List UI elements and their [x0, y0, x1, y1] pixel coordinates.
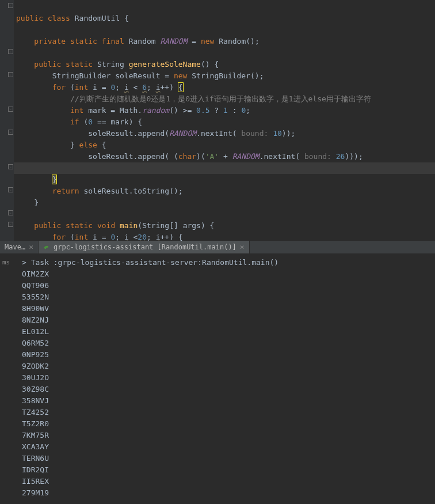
number: 6	[142, 83, 147, 92]
close: )));	[345, 152, 362, 161]
class-name: RandomUtil	[75, 14, 120, 22]
tab-label: grpc-logistics-assistant [RandomUtil.mai…	[54, 241, 236, 253]
op: ++) {	[161, 233, 183, 241]
paren: (	[79, 118, 89, 126]
editor-gutter: - - - - - - - - -	[0, 0, 14, 241]
var: i	[156, 83, 161, 92]
var: i	[88, 83, 97, 92]
tab-run-config[interactable]: grpc-logistics-assistant [RandomUtil.mai…	[39, 241, 250, 253]
output-line: 30UJ2O	[22, 372, 435, 384]
sc: ;	[147, 83, 156, 92]
comment: //判断产生的随机数是0还是1，是0进入if语句用于输出数字，是1进入else用…	[70, 94, 371, 103]
tab-maven[interactable]: Mave… ×	[0, 241, 39, 253]
output-line: 8NZ2NJ	[22, 314, 435, 326]
var: i	[156, 233, 161, 241]
sig: (String[] args) {	[138, 221, 214, 230]
keyword: static	[66, 60, 93, 69]
field: RANDOM	[161, 37, 188, 46]
field: RANDOM	[232, 152, 260, 161]
keyword: class	[48, 14, 70, 22]
op: =	[187, 37, 200, 46]
code-content[interactable]: public class RandomUtil { private static…	[0, 0, 435, 241]
task-header: > Task :grpc-logistics-assistant-server:…	[22, 257, 435, 268]
number: 1	[223, 106, 228, 115]
number: 26	[336, 152, 345, 161]
output-line: EL012L	[22, 326, 435, 338]
close-icon[interactable]: ×	[29, 241, 33, 253]
var: i	[124, 83, 129, 92]
output-line: 0NP925	[22, 349, 435, 361]
call: soleResult.append( (	[88, 152, 178, 161]
op: ?	[210, 106, 223, 115]
paren: )(	[196, 152, 205, 161]
field: RANDOM	[169, 129, 196, 138]
number: 0	[88, 118, 93, 126]
fold-icon[interactable]: -	[8, 72, 13, 77]
string: 'A'	[205, 152, 219, 161]
output-line: QQT906	[22, 280, 435, 291]
keyword: for	[52, 233, 66, 241]
number: 20	[138, 233, 147, 241]
sc: ;	[115, 233, 124, 241]
output-line: 358NVJ	[22, 395, 435, 407]
duration-label: ms	[2, 257, 10, 268]
paren: (	[66, 233, 75, 241]
output-line: 9ZODK2	[22, 361, 435, 372]
fold-icon[interactable]: -	[8, 3, 13, 8]
call: .nextInt(	[260, 152, 300, 161]
fold-icon[interactable]: -	[8, 49, 13, 54]
console-output[interactable]: ms > Task :grpc-logistics-assistant-serv…	[0, 253, 435, 499]
output-line: IDR2QI	[22, 464, 435, 476]
type: Random	[129, 37, 156, 46]
sc: ;	[246, 106, 250, 115]
number: 0.5	[196, 106, 209, 115]
keyword: public	[16, 14, 43, 22]
keyword: static	[66, 221, 93, 230]
sc: ;	[115, 83, 124, 92]
fold-icon[interactable]: -	[8, 187, 13, 192]
output-line: 279M19	[22, 487, 435, 499]
code-editor[interactable]: - - - - - - - - - public class RandomUti…	[0, 0, 435, 241]
type: String	[97, 60, 124, 69]
keyword: final	[102, 37, 124, 46]
ctor-call: StringBuilder();	[187, 71, 264, 80]
op: <	[129, 83, 142, 92]
fold-icon[interactable]: -	[8, 210, 13, 215]
output-lines: OIM2ZXQQT90653552N8H90WV8NZ2NJEL012LQ6RM…	[22, 268, 435, 499]
expr: mark = Math.	[83, 106, 142, 115]
close-icon[interactable]: ×	[240, 241, 245, 253]
output-line: 53552N	[22, 291, 435, 303]
fold-icon[interactable]: -	[8, 222, 13, 227]
fold-icon[interactable]: -	[8, 107, 13, 112]
paren: (	[66, 83, 75, 92]
number: 10	[273, 129, 282, 138]
keyword: public	[34, 60, 61, 69]
keyword: new	[174, 71, 187, 80]
keyword: static	[70, 37, 97, 46]
method-name: generateSoleName	[129, 60, 201, 69]
keyword: int	[75, 83, 88, 92]
caret-line-highlight	[14, 162, 435, 174]
keyword: void	[97, 221, 115, 230]
keyword: private	[34, 37, 66, 46]
output-line: 7KM75R	[22, 430, 435, 441]
keyword: new	[201, 37, 214, 46]
call: .nextInt(	[196, 129, 236, 138]
brace: {	[178, 82, 184, 92]
fold-icon[interactable]: -	[8, 130, 13, 135]
sc: ;	[147, 233, 156, 241]
method-name: main	[120, 221, 138, 230]
close: ));	[282, 129, 295, 138]
var: i	[124, 233, 129, 241]
keyword: for	[52, 83, 66, 92]
output-line: TZ4252	[22, 407, 435, 418]
op: <	[129, 233, 138, 241]
expr: == mark) {	[93, 118, 142, 126]
call: soleResult.append(	[88, 129, 169, 138]
ctor-call: Random();	[214, 37, 259, 46]
output-line: XCA3AY	[22, 441, 435, 453]
keyword: int	[75, 233, 88, 241]
fold-icon[interactable]: -	[8, 164, 13, 169]
keyword: if	[70, 118, 79, 126]
brace: {	[124, 14, 129, 22]
